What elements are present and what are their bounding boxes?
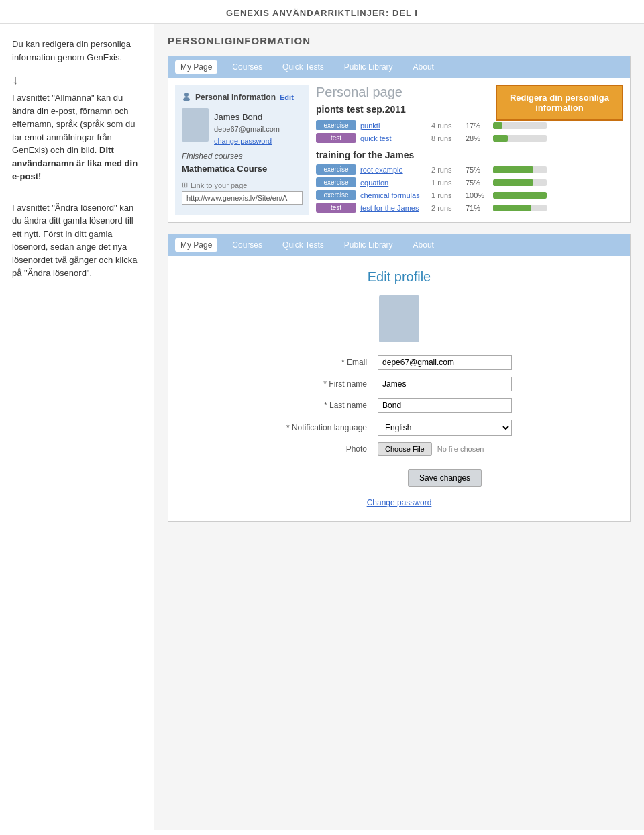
left-para2: I avsnittet "Allmänna" kan du ändra din … <box>12 91 142 183</box>
exercise-row: exercise root example 2 runs 75% <box>316 164 623 175</box>
change-password-link[interactable]: change password <box>214 137 280 145</box>
svg-point-0 <box>184 93 189 97</box>
nav2-item-about[interactable]: About <box>408 238 439 252</box>
link-icon: ⊞ <box>182 181 188 189</box>
top-nav-bar: My Page Courses Quick Tests Public Libra… <box>168 56 630 78</box>
progress-bar <box>493 166 547 173</box>
left-para2-text: I avsnittet "Allmänna" kan du ändra din … <box>12 93 136 155</box>
person-icon <box>182 91 191 103</box>
choose-file-button[interactable]: Choose File <box>378 442 432 456</box>
exercise-name[interactable]: punkti <box>360 121 427 130</box>
lastname-cell <box>372 395 517 416</box>
notification-row: * Notification language English Latvian <box>281 416 517 439</box>
bottom-nav-bar: My Page Courses Quick Tests Public Libra… <box>168 234 630 256</box>
progress-bar <box>493 122 547 129</box>
link-label: ⊞ Link to your page <box>182 181 303 189</box>
edit-profile-title: Edit profile <box>182 269 616 285</box>
badge-exercise: exercise <box>316 190 356 200</box>
progress-bar-fill <box>493 135 508 142</box>
progress-bar <box>493 192 547 199</box>
progress-bar <box>493 205 547 211</box>
card-header: Personal information Edit <box>182 91 303 103</box>
firstname-cell <box>372 373 517 395</box>
progress-bar <box>493 179 547 186</box>
save-changes-button[interactable]: Save changes <box>408 469 482 487</box>
exercise-name[interactable]: chemical formulas <box>360 191 427 199</box>
nav2-item-publiclibrary[interactable]: Public Library <box>339 238 398 252</box>
save-row: Save changes <box>281 459 517 490</box>
runs-info: 8 runs <box>431 134 462 142</box>
exercise-row: exercise punkti 4 runs 17% <box>316 120 623 130</box>
exercise-name[interactable]: root example <box>360 166 427 174</box>
nav-item-courses[interactable]: Courses <box>227 60 268 74</box>
highlight-line1: Redigera din personliga <box>510 93 609 103</box>
no-file-text: No file chosen <box>437 445 484 453</box>
highlight-line2: information <box>535 103 584 113</box>
firstname-input[interactable] <box>378 377 512 391</box>
photo-cell: Choose File No file chosen <box>372 439 517 459</box>
screenshot-box-top: Redigera din personliga information My P… <box>168 56 631 223</box>
progress-bar-fill <box>493 166 533 173</box>
profile-avatar-area <box>182 295 616 342</box>
exercise-row: test test for the James 2 runs 71% <box>316 203 623 213</box>
exercise-name[interactable]: quick test <box>360 134 427 142</box>
arrow-icon: ↓ <box>12 72 142 87</box>
email-row: * Email <box>281 352 517 373</box>
progress-bar-fill <box>493 122 502 129</box>
save-cell: Save changes <box>372 459 517 490</box>
page-number: 12 <box>0 830 644 835</box>
exercise-name[interactable]: equation <box>360 179 427 187</box>
percent-text: 71% <box>466 204 489 212</box>
percent-text: 28% <box>466 134 489 142</box>
right-panel: PERSONLIGINFORMATION Redigera din person… <box>154 24 644 830</box>
percent-text: 100% <box>466 191 489 199</box>
link-section: ⊞ Link to your page http://www.genexis.l… <box>182 181 303 205</box>
section-title: PERSONLIGINFORMATION <box>168 35 631 46</box>
page-title: GENEXIS ANVÄNDARRIKTLINJER: DEL I <box>226 8 418 18</box>
finished-courses-label: Finished courses <box>182 152 303 161</box>
link-url: http://www.genexis.lv/Site/en/A <box>182 191 303 205</box>
exercise-row: exercise equation 1 runs 75% <box>316 177 623 187</box>
progress-bar-fill <box>493 205 531 211</box>
nav-item-publiclibrary[interactable]: Public Library <box>339 60 398 74</box>
badge-test: test <box>316 133 356 143</box>
exercise-group2: exercise root example 2 runs 75% exercis… <box>316 164 623 213</box>
percent-text: 75% <box>466 179 489 187</box>
course-name: Mathematica Course <box>182 164 303 174</box>
percent-text: 75% <box>466 166 489 174</box>
email-cell <box>372 352 517 373</box>
change-password-bottom-link[interactable]: Change password <box>182 498 616 507</box>
edit-link[interactable]: Edit <box>280 93 294 101</box>
exercise-name[interactable]: test for the James <box>360 204 427 212</box>
edit-profile-section: Edit profile * Email * First name <box>168 256 630 521</box>
nav-item-mypage[interactable]: My Page <box>175 60 217 74</box>
exercise-group1: exercise punkti 4 runs 17% test quick te… <box>316 120 623 143</box>
profile-avatar <box>379 295 419 342</box>
nav2-item-mypage[interactable]: My Page <box>175 238 217 252</box>
exercise-row: exercise chemical formulas 1 runs 100% <box>316 190 623 200</box>
firstname-label: * First name <box>281 373 372 395</box>
runs-info: 2 runs <box>431 166 462 174</box>
form-table: * Email * First name * Last name <box>281 352 517 490</box>
lastname-input[interactable] <box>378 398 512 413</box>
link-label-text: Link to your page <box>191 181 247 189</box>
svg-point-1 <box>183 97 190 101</box>
nav2-item-courses[interactable]: Courses <box>227 238 268 252</box>
nav-item-quicktests[interactable]: Quick Tests <box>277 60 329 74</box>
notification-select[interactable]: English Latvian <box>378 420 512 436</box>
badge-exercise: exercise <box>316 120 356 130</box>
email-input[interactable] <box>378 355 512 370</box>
nav-item-about[interactable]: About <box>408 60 439 74</box>
badge-test: test <box>316 203 356 213</box>
nav2-item-quicktests[interactable]: Quick Tests <box>277 238 329 252</box>
personal-info-card: Personal information Edit James Bond dep… <box>175 85 309 215</box>
notification-label: * Notification language <box>281 416 372 439</box>
page-header: GENEXIS ANVÄNDARRIKTLINJER: DEL I <box>0 0 644 24</box>
percent-text: 17% <box>466 121 489 130</box>
screenshot-box-bottom: My Page Courses Quick Tests Public Libra… <box>168 234 631 522</box>
email-label: * Email <box>281 352 372 373</box>
file-upload-area: Choose File No file chosen <box>378 442 512 456</box>
notification-cell: English Latvian <box>372 416 517 439</box>
lastname-label: * Last name <box>281 395 372 416</box>
progress-bar <box>493 135 547 142</box>
